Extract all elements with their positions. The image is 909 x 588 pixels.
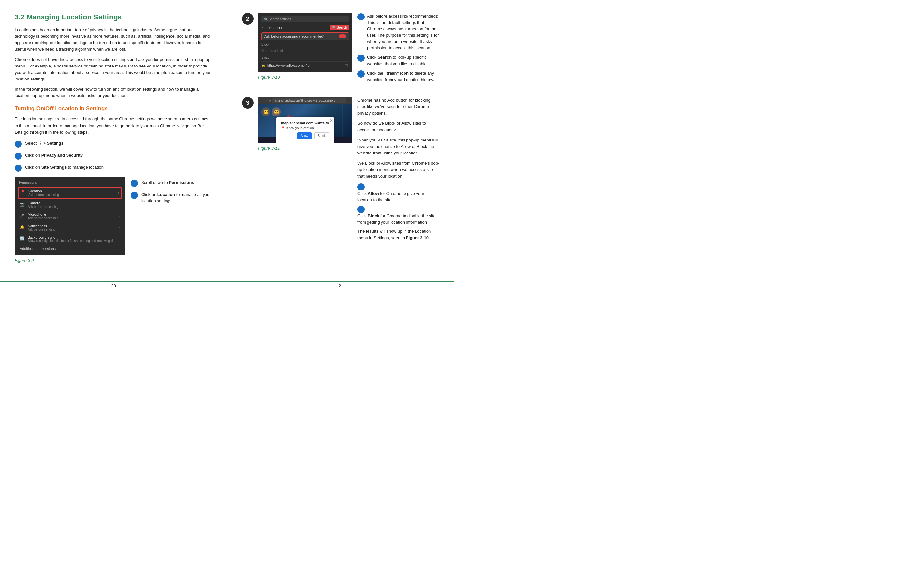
location-popup: map.snapchat.com wants to 📍 Know your lo… (276, 117, 335, 143)
block-button[interactable]: Block (314, 132, 329, 139)
location-bold: Location (157, 192, 175, 197)
block-section-label: Block (261, 43, 349, 47)
bottom-line-right (227, 281, 454, 282)
popup-site-name: map.snapchat.com wants to (281, 121, 329, 125)
sub-para1: The location settings are in accessed th… (15, 116, 212, 135)
ask-before-toggle[interactable] (339, 34, 346, 38)
perm-row-notifications: 🔔 Notifications Ask before sending › (18, 222, 122, 233)
ask-before-row: Ask before accessing (recommended) (261, 32, 349, 40)
address-bar[interactable]: map.snapchat.com/@41.097741,-90.132880,2 (272, 99, 346, 103)
info2-item1: Ask before accessing(recommended): This … (357, 13, 440, 51)
info3-block-item: Click Block for Chrome to disable the si… (357, 206, 440, 226)
camera-sub: Ask before accessing (27, 205, 58, 208)
notifications-icon: 🔔 (20, 225, 25, 230)
step-1: Select ⋮ > Settings (15, 140, 212, 148)
map-icons: 😊 😀 (261, 107, 281, 116)
location-info: Location Ask before accessing (28, 189, 59, 197)
perm-row-camera: 📷 Camera Ask before accessing › (18, 200, 122, 210)
info3-para2: So how do we Block or Allow sites to acc… (357, 120, 440, 133)
section3-with-badge: 3 ← → ↻ map.snapchat.com/@41.097741,-90.… (242, 97, 440, 245)
browser-forward-icon: → (264, 99, 267, 102)
fig3-11-column: ← → ↻ map.snapchat.com/@41.097741,-90.13… (258, 97, 352, 154)
para2: Chrome does not have direct access to yo… (15, 57, 212, 83)
browser-toolbar: ← → ↻ map.snapchat.com/@41.097741,-90.13… (258, 97, 352, 104)
step1-bold: ⋮ > Settings (38, 141, 64, 146)
browser-back-icon: ← (260, 99, 263, 102)
step-click-text: Click on Location to manage all your loc… (141, 191, 212, 204)
notifications-sub: Ask before sending (27, 228, 55, 231)
no-sites-text: No sites added (261, 48, 349, 54)
location-icon: 📍 (21, 190, 26, 195)
step-scroll-text: Scroll down to Permissions (141, 179, 194, 186)
page-number-right: 21 (339, 283, 343, 288)
section-3: 3 ← → ↻ map.snapchat.com/@41.097741,-90.… (242, 97, 440, 245)
camera-info: Camera Ask before accessing (27, 201, 58, 208)
location-name: Location (28, 189, 59, 193)
info3-allow-item: Click Allow for Chrome to give your loca… (357, 183, 440, 203)
fig3-10-label: Figure 3-10 (258, 74, 352, 79)
info2-circle3 (357, 70, 365, 78)
para1: Location has been an important topic of … (15, 27, 212, 53)
block-bold: Block (368, 213, 379, 218)
location-pin-icon: 📍 (281, 126, 285, 130)
add-perms-label: Additional permissions (20, 247, 55, 250)
fig3-11-label: Figure 3-11 (258, 146, 352, 150)
info3-para3: When you visit a site, this pop-up menu … (357, 137, 440, 157)
browser-content: 😊 😀 ↙ map.snapchat.com wants to 📍 Kno (258, 104, 352, 143)
site-url: https://www.zillow.com:443 (267, 63, 310, 67)
info3-allow-circle (357, 183, 365, 191)
additional-permissions: Additional permissions › (18, 245, 122, 252)
info2-text3: Click the "trash" icon to delete any web… (367, 70, 440, 83)
info3-allow-text: Click Allow for Chrome to give your loca… (357, 191, 440, 203)
info2-circle2 (357, 55, 365, 61)
section-2: 2 🔍 Search settings ← Location 🔍 Search (242, 13, 440, 88)
perm-row-bgsync: 🔄 Background sync Allow recently closed … (18, 234, 122, 244)
step-scroll-badge (131, 180, 138, 187)
info3-block-circle (357, 206, 365, 213)
bgsync-chevron-icon: › (119, 237, 120, 241)
info2-item3: Click the "trash" icon to delete any web… (357, 70, 440, 83)
permissions-bold: Permissions (169, 180, 194, 185)
microphone-chevron-icon: › (119, 215, 120, 218)
popup-action-text: Know your location (286, 126, 314, 130)
close-popup-icon[interactable]: ✕ (330, 118, 333, 123)
para3: In the following section, we will cover … (15, 86, 212, 99)
popup-wants-to: 📍 Know your location (281, 126, 329, 130)
bgsync-info: Background sync Allow recently closed si… (27, 235, 117, 243)
step-text-3: Click on Site Settings to manage locatio… (25, 164, 104, 171)
step-2: Click on Privacy and Security (15, 152, 212, 160)
allow-button[interactable]: Allow (298, 132, 312, 139)
perm-row-microphone: 🎤 Microphone Ask before accessing › (18, 211, 122, 221)
notifications-name: Notifications (27, 224, 55, 228)
fig3-10-screenshot: 🔍 Search settings ← Location 🔍 Search As… (258, 13, 352, 72)
allow-bold: Allow (368, 191, 379, 196)
step-click-location: Click on Location to manage all your loc… (131, 191, 212, 204)
fig3-9-steps: Scroll down to Permissions Click on Loca… (131, 177, 212, 266)
location-header: ← Location 🔍 Search (261, 25, 349, 30)
steps-list: Select ⋮ > Settings Click on Privacy and… (15, 140, 212, 172)
camera-chevron-icon: › (119, 203, 120, 207)
trash-icon[interactable]: 🗑 (345, 63, 349, 68)
info3-block-text: Click Block for Chrome to disable the si… (357, 213, 440, 226)
search-bold: Search (378, 55, 391, 60)
step-badge-2 (15, 152, 22, 160)
notifications-info: Notifications Ask before sending (27, 224, 55, 231)
info2-text1: Ask before accessing(recommended): This … (367, 13, 440, 51)
step-text-2: Click on Privacy and Security (25, 152, 83, 159)
fig3-11-screenshot: ← → ↻ map.snapchat.com/@41.097741,-90.13… (258, 97, 352, 143)
info2-item2: Click Search to look-up specific website… (357, 54, 440, 67)
fig3-10-column: 🔍 Search settings ← Location 🔍 Search As… (258, 13, 352, 83)
microphone-icon: 🎤 (20, 213, 25, 219)
search-field-mock[interactable]: 🔍 Search (330, 25, 349, 30)
step2-bold: Privacy and Security (41, 153, 83, 158)
camera-name: Camera (27, 201, 58, 205)
search-bar: 🔍 Search settings (261, 16, 349, 23)
microphone-name: Microphone (27, 213, 58, 216)
info2-circle1 (357, 13, 365, 21)
bottom-line (0, 281, 227, 282)
figure-3-9-section: Permissions 📍 Location Ask before access… (15, 177, 212, 266)
back-arrow-icon: ← (261, 25, 265, 30)
step-badge-3 (15, 165, 22, 172)
section2-badge: 2 (242, 13, 254, 25)
bgsync-name: Background sync (27, 235, 117, 239)
